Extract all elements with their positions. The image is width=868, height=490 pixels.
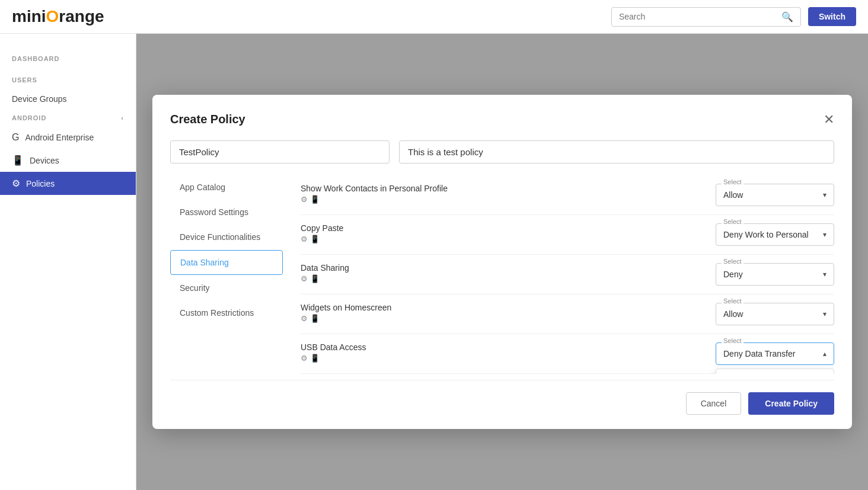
nav-item-app-catalog[interactable]: App Catalog: [170, 175, 283, 199]
sidebar-item-devices[interactable]: 📱 Devices: [0, 149, 136, 172]
create-policy-button[interactable]: Create Policy: [748, 392, 834, 415]
modal-title: Create Policy: [170, 113, 245, 126]
modal-content-area: Show Work Contacts in Personal Profile ⚙…: [289, 175, 834, 374]
device-icon: 📱: [12, 155, 24, 166]
setting-icons: ⚙ 📱: [301, 195, 448, 204]
select-value: Allow: [723, 309, 743, 319]
logo: miniOrange: [12, 7, 104, 26]
nav-item-password-settings[interactable]: Password Settings: [170, 200, 283, 224]
search-icon: 🔍: [781, 11, 793, 23]
select-control[interactable]: Deny Work to Personal ▾: [716, 223, 834, 246]
chevron-up-icon: ▴: [823, 350, 826, 358]
sidebar: DASHBOARD USERS Device Groups ANDROID ‹ …: [0, 34, 136, 490]
chevron-down-icon: ▾: [823, 270, 826, 278]
modal-close-button[interactable]: ✕: [824, 113, 834, 126]
main-content: Create Policy ✕ App Catalog Password Set…: [136, 34, 868, 490]
setting-icons: ⚙ 📱: [301, 235, 343, 244]
policy-inputs: [170, 140, 834, 164]
setting-widgets-homescreen: Widgets on Homescreen ⚙ 📱 Select Allow ▾: [301, 294, 834, 334]
setting-icons: ⚙ 📱: [301, 274, 349, 283]
modal-nav: App Catalog Password Settings Device Fun…: [170, 175, 289, 374]
setting-label: Widgets on Homescreen: [301, 303, 391, 312]
usb-dropdown-menu: Allow Deny File Transfer Deny Data Trans…: [716, 369, 834, 374]
setting-label: Data Sharing: [301, 263, 349, 273]
chevron-down-icon: ▾: [823, 191, 826, 199]
sidebar-item-device-groups[interactable]: Device Groups: [0, 88, 136, 110]
usb-data-access-select[interactable]: Select Deny Data Transfer ▴ Allow Deny F…: [716, 342, 834, 365]
google-icon: G: [12, 132, 19, 143]
create-policy-modal: Create Policy ✕ App Catalog Password Set…: [152, 95, 852, 429]
select-label: Select: [722, 297, 743, 305]
policy-name-input[interactable]: [170, 140, 390, 164]
modal-header: Create Policy ✕: [170, 113, 834, 126]
select-label: Select: [722, 258, 743, 265]
select-control[interactable]: Deny ▾: [716, 263, 834, 286]
modal-footer: Cancel Create Policy: [170, 380, 834, 415]
search-box[interactable]: 🔍: [611, 7, 801, 27]
topbar: miniOrange 🔍 Switch: [0, 0, 868, 34]
setting-data-sharing: Data Sharing ⚙ 📱 Select Deny ▾: [301, 255, 834, 294]
nav-item-data-sharing[interactable]: Data Sharing: [170, 250, 283, 275]
nav-item-security[interactable]: Security: [170, 276, 283, 300]
copy-paste-select[interactable]: Select Deny Work to Personal ▾: [716, 223, 834, 246]
select-value: Allow: [723, 190, 743, 200]
setting-icons: ⚙ 📱: [301, 354, 366, 363]
widgets-homescreen-select[interactable]: Select Allow ▾: [716, 303, 834, 325]
sidebar-item-android-enterprise[interactable]: G Android Enterprise: [0, 126, 136, 149]
policy-icon: ⚙: [12, 178, 20, 189]
show-work-contacts-select[interactable]: Select Allow ▾: [716, 184, 834, 206]
nav-item-custom-restrictions[interactable]: Custom Restrictions: [170, 301, 283, 325]
setting-label: Copy Paste: [301, 223, 343, 233]
nav-item-device-functionalities[interactable]: Device Functionalities: [170, 225, 283, 249]
setting-icons: ⚙ 📱: [301, 314, 391, 323]
select-label: Select: [722, 178, 743, 185]
topbar-right: 🔍 Switch: [611, 7, 856, 27]
logo-text: miniOrange: [12, 7, 104, 26]
setting-label: Show Work Contacts in Personal Profile: [301, 184, 448, 193]
select-label: Select: [722, 218, 743, 225]
dashboard-section: DASHBOARD: [0, 50, 136, 67]
select-label: Select: [722, 337, 743, 344]
sidebar-item-label: Devices: [30, 156, 59, 165]
users-section: USERS: [0, 72, 136, 88]
sidebar-item-label: Device Groups: [12, 94, 67, 104]
setting-label: USB Data Access: [301, 342, 366, 352]
switch-button[interactable]: Switch: [808, 7, 856, 26]
setting-copy-paste: Copy Paste ⚙ 📱 Select Deny Work to Perso…: [301, 215, 834, 255]
chevron-down-icon: ▾: [823, 230, 826, 239]
select-control[interactable]: Allow ▾: [716, 303, 834, 325]
select-value: Deny: [723, 270, 743, 279]
select-control[interactable]: Allow ▾: [716, 184, 834, 206]
setting-show-work-contacts: Show Work Contacts in Personal Profile ⚙…: [301, 175, 834, 215]
modal-body: App Catalog Password Settings Device Fun…: [170, 175, 834, 374]
android-section: ANDROID ‹: [0, 110, 136, 126]
data-sharing-select[interactable]: Select Deny ▾: [716, 263, 834, 286]
policy-description-input[interactable]: [399, 140, 834, 164]
select-value: Deny Work to Personal: [723, 230, 809, 239]
search-input[interactable]: [619, 12, 781, 21]
chevron-down-icon: ▾: [823, 310, 826, 318]
layout: DASHBOARD USERS Device Groups ANDROID ‹ …: [0, 34, 868, 490]
sidebar-item-policies[interactable]: ⚙ Policies: [0, 172, 136, 195]
select-value: Deny Data Transfer: [723, 349, 795, 358]
dropdown-option-allow[interactable]: Allow: [716, 369, 834, 374]
cancel-button[interactable]: Cancel: [686, 392, 742, 415]
sidebar-item-label: Policies: [26, 179, 55, 188]
sidebar-item-label: Android Enterprise: [25, 133, 94, 142]
setting-usb-data-access: USB Data Access ⚙ 📱 Select Deny Data Tra…: [301, 334, 834, 374]
select-control[interactable]: Deny Data Transfer ▴: [716, 342, 834, 365]
